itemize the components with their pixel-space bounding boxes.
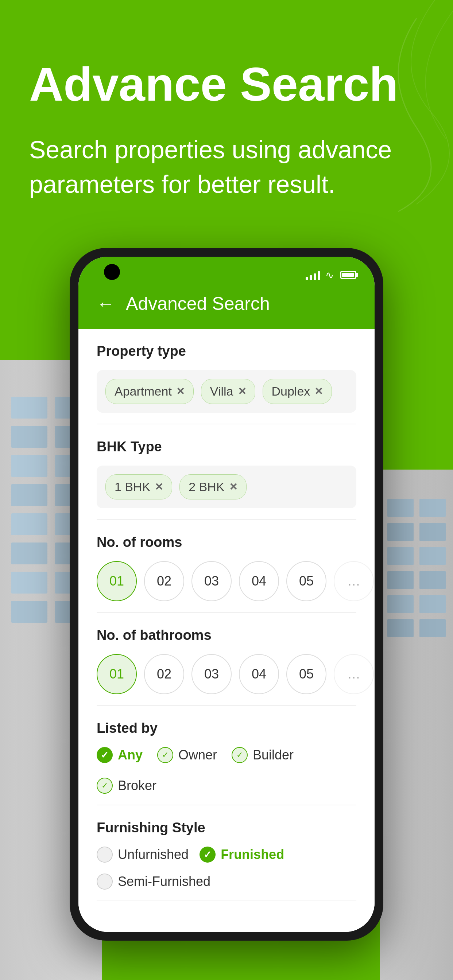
tag-1bhk-close[interactable]: ✕ (155, 481, 163, 493)
rooms-btn-02[interactable]: 02 (144, 561, 184, 601)
furnishing-label: Furnishing Style (97, 820, 356, 835)
radio-builder-label: Builder (253, 748, 293, 763)
rooms-btn-01[interactable]: 01 (97, 561, 137, 601)
property-type-label: Property type (97, 344, 356, 359)
bathrooms-section: No. of bathrooms 01 02 03 04 05 … (97, 613, 356, 706)
radio-unfurnished-label: Unfurnished (118, 847, 188, 862)
camera-hole (104, 264, 120, 280)
bathrooms-btn-03[interactable]: 03 (191, 654, 231, 694)
wifi-icon: ∿ (325, 269, 334, 281)
listed-by-section: Listed by Any ✓ Owner (97, 706, 356, 805)
rooms-btn-more[interactable]: … (334, 561, 374, 601)
rooms-btn-04[interactable]: 04 (239, 561, 279, 601)
radio-furnished-icon (199, 846, 215, 862)
bathrooms-btn-02[interactable]: 02 (144, 654, 184, 694)
bathrooms-label: No. of bathrooms (97, 627, 356, 643)
back-button[interactable]: ← (97, 293, 115, 314)
tag-1bhk[interactable]: 1 BHK ✕ (105, 474, 172, 500)
listed-by-any[interactable]: Any (97, 747, 143, 763)
bathrooms-btn-05[interactable]: 05 (286, 654, 327, 694)
radio-owner-icon: ✓ (157, 747, 173, 763)
tag-duplex-close[interactable]: ✕ (314, 385, 323, 398)
rooms-label: No. of rooms (97, 535, 356, 550)
radio-any-icon (97, 747, 113, 763)
radio-semi-icon (97, 873, 113, 889)
radio-semi-label: Semi-Furnished (118, 874, 211, 889)
app-header: ← Advanced Search (78, 286, 375, 329)
phone-mockup: ∿ ← Advanced Search Property type (70, 248, 383, 940)
tag-apartment[interactable]: Apartment ✕ (105, 379, 194, 404)
bhk-type-label: BHK Type (97, 439, 356, 455)
phone-outer-frame: ∿ ← Advanced Search Property type (70, 248, 383, 940)
furnishing-section: Furnishing Style Unfurnished Frunished (97, 805, 356, 901)
radio-builder-icon: ✓ (231, 747, 248, 763)
budget-label: Budget Range (97, 916, 356, 932)
bathrooms-btn-more[interactable]: … (334, 654, 374, 694)
furnishing-semi[interactable]: Semi-Furnished (97, 873, 211, 889)
bhk-type-section: BHK Type 1 BHK ✕ 2 BHK ✕ (97, 425, 356, 520)
radio-furnished-label: Frunished (221, 847, 284, 862)
bathrooms-number-row: 01 02 03 04 05 … (97, 654, 356, 694)
bathrooms-btn-04[interactable]: 04 (239, 654, 279, 694)
status-icons: ∿ (306, 269, 356, 281)
tag-apartment-text: Apartment (115, 384, 172, 398)
budget-range-section: Budget Range (97, 901, 356, 932)
listed-by-options: Any ✓ Owner ✓ Builder (97, 747, 356, 794)
tag-villa-close[interactable]: ✕ (238, 385, 246, 398)
tag-2bhk[interactable]: 2 BHK ✕ (179, 474, 246, 500)
app-content[interactable]: Property type Apartment ✕ Villa ✕ Duplex (78, 329, 375, 932)
tag-duplex-text: Duplex (272, 384, 310, 398)
radio-owner-label: Owner (179, 748, 217, 763)
tag-apartment-close[interactable]: ✕ (176, 385, 185, 398)
tag-2bhk-close[interactable]: ✕ (229, 481, 238, 493)
phone-screen: ∿ ← Advanced Search Property type (78, 257, 375, 932)
listed-by-broker[interactable]: ✓ Broker (97, 778, 156, 794)
listed-by-builder[interactable]: ✓ Builder (231, 747, 293, 763)
furnishing-furnished[interactable]: Frunished (199, 846, 284, 862)
property-type-tags: Apartment ✕ Villa ✕ Duplex ✕ (97, 370, 356, 413)
property-type-section: Property type Apartment ✕ Villa ✕ Duplex (97, 329, 356, 425)
bathrooms-btn-01[interactable]: 01 (97, 654, 137, 694)
radio-any-label: Any (118, 748, 143, 763)
radio-broker-label: Broker (118, 778, 156, 793)
tag-villa[interactable]: Villa ✕ (201, 379, 255, 404)
rooms-number-row: 01 02 03 04 05 … (97, 561, 356, 601)
rooms-btn-05[interactable]: 05 (286, 561, 327, 601)
tag-duplex[interactable]: Duplex ✕ (263, 379, 332, 404)
listed-by-label: Listed by (97, 721, 356, 736)
bhk-type-tags: 1 BHK ✕ 2 BHK ✕ (97, 466, 356, 508)
radio-unfurnished-icon (97, 846, 113, 862)
status-bar: ∿ (78, 257, 375, 286)
furnishing-unfurnished[interactable]: Unfurnished (97, 846, 188, 862)
furnishing-options: Unfurnished Frunished Semi-Furnished (97, 846, 356, 889)
tag-1bhk-text: 1 BHK (115, 480, 150, 494)
screen-title: Advanced Search (126, 293, 270, 314)
radio-broker-icon: ✓ (97, 778, 113, 794)
rooms-section: No. of rooms 01 02 03 04 05 … (97, 520, 356, 613)
tag-2bhk-text: 2 BHK (188, 480, 224, 494)
rooms-btn-03[interactable]: 03 (191, 561, 231, 601)
listed-by-owner[interactable]: ✓ Owner (157, 747, 217, 763)
tag-villa-text: Villa (210, 384, 233, 398)
signal-icon (306, 270, 320, 280)
battery-icon (340, 271, 356, 279)
